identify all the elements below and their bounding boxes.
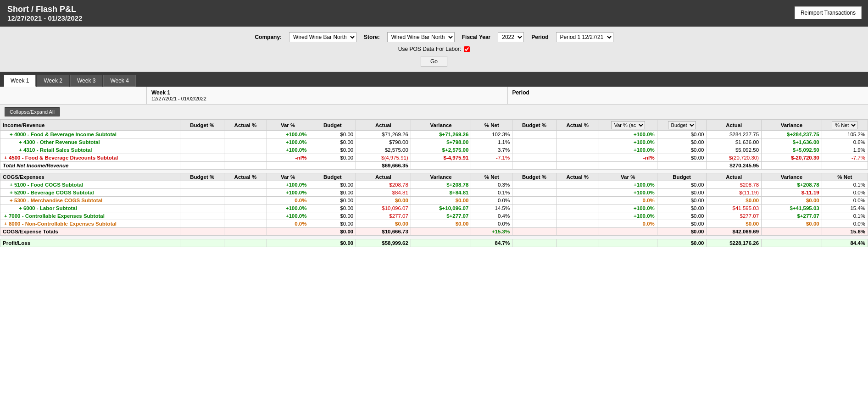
- income-4300-wk-actual: $798.00: [356, 138, 411, 146]
- net-pct-select[interactable]: % Net: [832, 121, 857, 129]
- cogs-6000-wk-budget: $0.00: [309, 205, 356, 212]
- period-info: Period: [508, 87, 868, 104]
- cogs-8000-label: + 8000 - Non-Controllable Expenses Subto…: [0, 220, 180, 228]
- period-label: Period: [531, 34, 548, 40]
- cogs-8000-pd-net: 0.0%: [822, 220, 868, 228]
- cogs-row-8000: + 8000 - Non-Controllable Expenses Subto…: [0, 220, 868, 228]
- store-select[interactable]: Wired Wine Bar North: [387, 32, 455, 42]
- controls-row: Company: Wired Wine Bar North Store: Wir…: [0, 32, 868, 42]
- income-4500-pd-budpct: [512, 154, 556, 162]
- cogs-6000-wk-variance: $+10,096.07: [411, 205, 471, 212]
- var-pct-select[interactable]: Var % (ac: [611, 121, 645, 129]
- cogs-5100-wk-variance: $+208.78: [411, 181, 471, 189]
- cogs-pd-net-hdr: % Net: [822, 173, 868, 181]
- income-4310-pd-varpct: +100.0%: [599, 146, 657, 154]
- week-header-row: Week 1 12/27/2021 - 01/02/2022 Period: [0, 87, 868, 105]
- cogs-total-pd-budget: $0.00: [657, 228, 707, 236]
- income-4500-pd-net: -7.7%: [822, 154, 868, 162]
- cogs-total-pd-actual: $42,069.69: [707, 228, 762, 236]
- income-4000-wk-actpct: [224, 131, 267, 138]
- profit-pd-net: 84.4%: [822, 239, 868, 247]
- reimport-button[interactable]: Reimport Transactions: [795, 6, 862, 19]
- income-4300-wk-varpct: +100.0%: [267, 138, 309, 146]
- cogs-row-6000: + 6000 - Labor Subtotal +100.0% $0.00 $1…: [0, 205, 868, 212]
- cogs-5300-wk-actual: $0.00: [356, 197, 411, 205]
- cogs-7000-wk-actual: $277.07: [356, 212, 411, 220]
- cogs-wk-actual-hdr: Actual: [356, 173, 411, 181]
- income-pd-actual-pct-header: Actual %: [556, 120, 599, 131]
- income-4300-pd-actual: $1,636.00: [707, 138, 762, 146]
- cogs-8000-pd-actual: $0.00: [707, 220, 762, 228]
- income-4000-pd-budget: $0.00: [657, 131, 707, 138]
- cogs-header-row: COGS/Expenses Budget % Actual % Var % Bu…: [0, 173, 868, 181]
- income-pd-net-header: % Net: [822, 120, 868, 131]
- week-title: Week 1: [151, 89, 503, 96]
- income-4500-wk-varpct: -nf%: [267, 154, 309, 162]
- income-4310-wk-budpct: [180, 146, 224, 154]
- cogs-total-pd-net: 15.6%: [822, 228, 868, 236]
- income-row-4300: + 4300 - Other Revenue Subtotal +100.0% …: [0, 138, 868, 146]
- cogs-5100-pd-varpct: +100.0%: [599, 181, 657, 189]
- income-4000-wk-variance: $+71,269.26: [411, 131, 471, 138]
- fiscal-year-label: Fiscal Year: [462, 34, 491, 40]
- tab-week1[interactable]: Week 1: [4, 75, 36, 87]
- tab-week2[interactable]: Week 2: [37, 75, 69, 87]
- cogs-5100-wk-varpct: +100.0%: [267, 181, 309, 189]
- tab-week3[interactable]: Week 3: [70, 75, 102, 87]
- income-4310-wk-budget: $0.00: [309, 146, 356, 154]
- income-4310-wk-actpct: [224, 146, 267, 154]
- cogs-wk-net-hdr: % Net: [471, 173, 512, 181]
- income-4310-pd-variance: $+5,092.50: [762, 146, 822, 154]
- main-table: Income/Revenue Budget % Actual % Var % B…: [0, 120, 868, 247]
- income-4000-pd-budpct: [512, 131, 556, 138]
- cogs-8000-pd-varpct: 0.0%: [599, 220, 657, 228]
- cogs-5300-pd-varpct: 0.0%: [599, 197, 657, 205]
- income-4300-pd-budpct: [512, 138, 556, 146]
- income-4500-pd-budget: $0.00: [657, 154, 707, 162]
- income-4300-pd-variance: $+1,636.00: [762, 138, 822, 146]
- date-range: 12/27/2021 - 01/23/2022: [7, 14, 861, 22]
- pos-checkbox[interactable]: [464, 46, 470, 52]
- income-pd-actual-header: Actual: [707, 120, 762, 131]
- period-select[interactable]: Period 1 12/27/21: [556, 32, 613, 42]
- profit-wk-actual: $58,999.62: [356, 239, 411, 247]
- income-pd-budget-header: Budget: [657, 120, 707, 131]
- income-pd-budget-pct-header: Budget %: [512, 120, 556, 131]
- cogs-8000-wk-actual: $0.00: [356, 220, 411, 228]
- income-pd-var-pct-header: Var % (ac: [599, 120, 657, 131]
- income-wk-net-header: % Net: [471, 120, 512, 131]
- cogs-5200-pd-budget: $0.00: [657, 189, 707, 197]
- income-4300-pd-net: 0.6%: [822, 138, 868, 146]
- income-4310-wk-variance: $+2,575.00: [411, 146, 471, 154]
- cogs-8000-wk-budget: $0.00: [309, 220, 356, 228]
- cogs-pd-actual-hdr: Actual: [707, 173, 762, 181]
- income-4300-pd-budget: $0.00: [657, 138, 707, 146]
- go-button[interactable]: Go: [421, 56, 447, 67]
- income-4500-wk-actpct: [224, 154, 267, 162]
- pos-label: Use POS Data For Labor:: [398, 46, 461, 52]
- total-net-income-row: Total Net Income/Revenue $69,666.35 $270…: [0, 162, 868, 170]
- cogs-5300-wk-varpct: 0.0%: [267, 197, 309, 205]
- cogs-6000-pd-budget: $0.00: [657, 205, 707, 212]
- income-4500-wk-variance: $-4,975.91: [411, 154, 471, 162]
- cogs-6000-pd-actual: $41,595.03: [707, 205, 762, 212]
- cogs-pd-varpct-hdr: Var %: [599, 173, 657, 181]
- cogs-5300-pd-budget: $0.00: [657, 197, 707, 205]
- cogs-wk-variance-hdr: Variance: [411, 173, 471, 181]
- cogs-pd-variance-hdr: Variance: [762, 173, 822, 181]
- budget-select[interactable]: Budget: [668, 121, 696, 129]
- cogs-5200-wk-actual: $84.81: [356, 189, 411, 197]
- cogs-7000-pd-varpct: +100.0%: [599, 212, 657, 220]
- collapse-expand-button[interactable]: Collapse/Expand All: [5, 107, 60, 116]
- cogs-row-5100: + 5100 - Food COGS Subtotal +100.0% $0.0…: [0, 181, 868, 189]
- tab-week4[interactable]: Week 4: [103, 75, 135, 87]
- cogs-wk-budget-hdr: Budget: [309, 173, 356, 181]
- income-4310-label: + 4310 - Retail Sales Subtotal: [0, 146, 180, 154]
- fiscal-year-select[interactable]: 2022: [498, 32, 524, 42]
- cogs-6000-label: + 6000 - Labor Subtotal: [0, 205, 180, 212]
- cogs-pd-actpct-hdr: Actual %: [556, 173, 599, 181]
- cogs-5200-pd-variance: $-11.19: [762, 189, 822, 197]
- cogs-7000-pd-net: 0.1%: [822, 212, 868, 220]
- cogs-7000-pd-budget: $0.00: [657, 212, 707, 220]
- company-select[interactable]: Wired Wine Bar North: [289, 32, 356, 42]
